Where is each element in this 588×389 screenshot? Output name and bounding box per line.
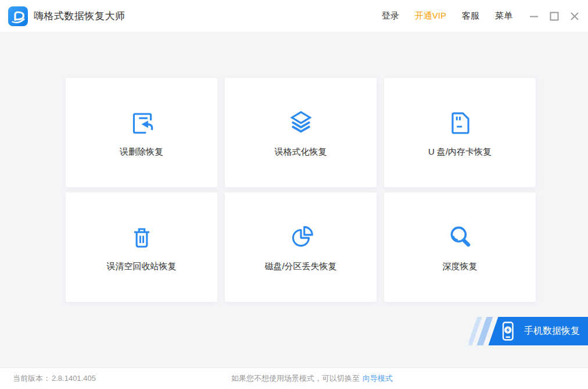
version-value: 2.8.1401.405 <box>52 374 96 383</box>
recovery-cards-grid: 误删除恢复 误格式化恢复 U 盘/内存卡恢复 <box>66 78 536 302</box>
version-info: 当前版本：2.8.1401.405 <box>12 373 96 384</box>
card-usb-sdcard-recovery[interactable]: U 盘/内存卡恢复 <box>384 78 536 187</box>
nav-support[interactable]: 客服 <box>462 10 479 22</box>
card-label: U 盘/内存卡恢复 <box>428 147 492 158</box>
phone-recovery-icon <box>499 320 517 342</box>
card-label: 误删除恢复 <box>120 147 163 158</box>
layers-icon <box>286 108 315 137</box>
card-label: 磁盘/分区丢失恢复 <box>264 261 336 272</box>
mode-switch-hint: 如果您不想使用场景模式，可以切换至向导模式 <box>231 373 393 384</box>
nav-menu[interactable]: 菜单 <box>495 10 512 22</box>
app-logo-d-icon <box>8 6 28 26</box>
status-bar: 当前版本：2.8.1401.405 如果您不想使用场景模式，可以切换至向导模式 <box>0 367 588 389</box>
phone-data-recovery-button[interactable]: 手机数据恢复 <box>469 317 588 345</box>
phone-button-content: 手机数据恢复 <box>499 317 580 345</box>
hint-text: 如果您不想使用场景模式，可以切换至 <box>231 374 360 383</box>
maximize-icon <box>549 11 560 22</box>
window-controls <box>528 10 581 23</box>
card-partition-loss-recovery[interactable]: 磁盘/分区丢失恢复 <box>225 192 377 302</box>
maximize-button[interactable] <box>548 10 561 23</box>
magnifier-icon <box>446 222 475 251</box>
card-label: 误格式化恢复 <box>275 147 327 158</box>
card-label: 误清空回收站恢复 <box>107 261 177 272</box>
minimize-button[interactable] <box>528 10 540 23</box>
phone-button-label: 手机数据恢复 <box>524 325 580 337</box>
card-recycle-bin-recovery[interactable]: 误清空回收站恢复 <box>66 192 217 302</box>
minimize-icon <box>529 11 539 22</box>
nav-vip[interactable]: 开通VIP <box>415 10 446 22</box>
version-label: 当前版本： <box>13 374 51 383</box>
wizard-mode-link[interactable]: 向导模式 <box>363 374 393 383</box>
card-deleted-file-recovery[interactable]: 误删除恢复 <box>66 78 217 187</box>
close-icon <box>569 11 580 22</box>
card-deep-recovery[interactable]: 深度恢复 <box>384 192 536 302</box>
file-restore-icon <box>127 108 156 137</box>
card-label: 深度恢复 <box>443 261 478 272</box>
close-button[interactable] <box>568 10 581 23</box>
app-title: 嗨格式数据恢复大师 <box>34 9 126 23</box>
nav-login[interactable]: 登录 <box>382 10 399 22</box>
card-format-recovery[interactable]: 误格式化恢复 <box>225 78 377 187</box>
scene-mode-panel: 误删除恢复 误格式化恢复 U 盘/内存卡恢复 <box>0 33 588 367</box>
pie-disk-icon <box>286 222 315 251</box>
trash-icon <box>127 222 156 251</box>
top-nav: 登录 开通VIP 客服 菜单 <box>382 10 512 22</box>
title-bar: 嗨格式数据恢复大师 登录 开通VIP 客服 菜单 <box>0 0 588 33</box>
sd-card-icon <box>446 108 475 137</box>
